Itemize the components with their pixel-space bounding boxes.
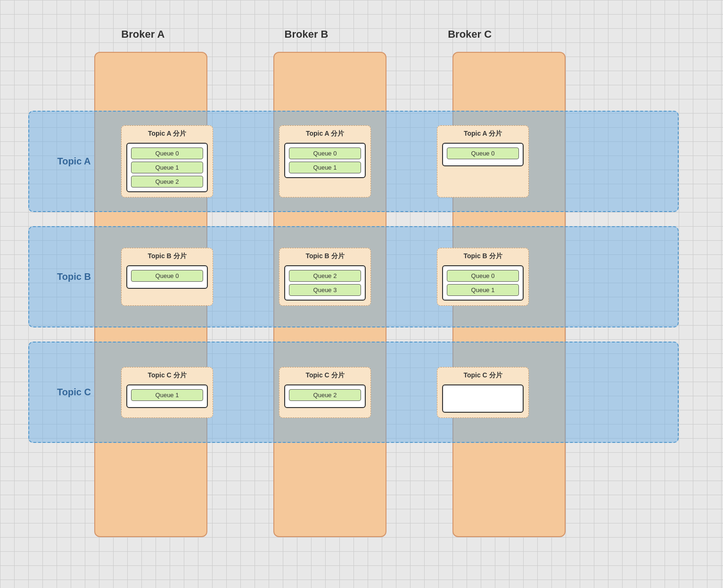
queue-item: Queue 0	[131, 147, 203, 159]
topic-a-broker-b-queues: Queue 0 Queue 1	[284, 143, 366, 178]
queue-item: Queue 0	[289, 147, 361, 159]
topic-c-broker-a-queues: Queue 1	[126, 384, 208, 408]
queue-item: Queue 2	[131, 176, 203, 188]
broker-b-header: Broker B	[258, 28, 355, 41]
broker-a-header: Broker A	[94, 28, 192, 41]
topic-a-broker-c-title: Topic A 分片	[442, 130, 524, 138]
topic-b-broker-a-title: Topic B 分片	[126, 252, 208, 261]
topic-c-broker-c-title: Topic C 分片	[442, 371, 524, 380]
broker-c-header: Broker C	[421, 28, 518, 41]
queue-item: Queue 0	[447, 270, 519, 282]
topic-b-row: Topic B Topic B 分片 Queue 0 Topic B 分片 Qu…	[28, 226, 679, 327]
queue-item: Queue 3	[289, 284, 361, 296]
queue-item: Queue 1	[447, 284, 519, 296]
topic-b-partitions: Topic B 分片 Queue 0 Topic B 分片 Queue 2 Qu…	[109, 248, 529, 306]
queue-item: Queue 2	[289, 389, 361, 401]
queue-item: Queue 1	[131, 162, 203, 173]
topic-c-broker-b-partition: Topic C 分片 Queue 2	[279, 367, 371, 418]
topic-a-broker-b-partition: Topic A 分片 Queue 0 Queue 1	[279, 125, 371, 197]
topic-b-broker-c-partition: Topic B 分片 Queue 0 Queue 1	[437, 248, 529, 306]
diagram-container: Broker A Broker B Broker C Topic A Topic…	[14, 14, 709, 574]
topic-a-broker-a-partition: Topic A 分片 Queue 0 Queue 1 Queue 2	[121, 125, 213, 197]
topic-b-broker-b-partition: Topic B 分片 Queue 2 Queue 3	[279, 248, 371, 306]
topic-a-broker-a-title: Topic A 分片	[126, 130, 208, 138]
broker-headers-row: Broker A Broker B Broker C	[94, 28, 518, 41]
topic-c-broker-a-title: Topic C 分片	[126, 371, 208, 380]
topic-b-broker-a-partition: Topic B 分片 Queue 0	[121, 248, 213, 306]
queue-item: Queue 0	[131, 270, 203, 282]
topic-c-broker-c-partition: Topic C 分片	[437, 367, 529, 418]
queue-item: Queue 2	[289, 270, 361, 282]
topic-a-partitions: Topic A 分片 Queue 0 Queue 1 Queue 2 Topic…	[109, 125, 529, 197]
topic-c-broker-b-title: Topic C 分片	[284, 371, 366, 380]
topic-a-broker-c-partition: Topic A 分片 Queue 0	[437, 125, 529, 197]
topic-a-broker-b-title: Topic A 分片	[284, 130, 366, 138]
topic-c-broker-a-partition: Topic C 分片 Queue 1	[121, 367, 213, 418]
topic-a-broker-c-queues: Queue 0	[442, 143, 524, 166]
topic-c-broker-c-queues	[442, 384, 524, 413]
queue-item: Queue 1	[131, 389, 203, 401]
topic-a-row: Topic A Topic A 分片 Queue 0 Queue 1 Queue…	[28, 111, 679, 212]
topic-b-broker-b-queues: Queue 2 Queue 3	[284, 265, 366, 301]
topic-a-broker-a-queues: Queue 0 Queue 1 Queue 2	[126, 143, 208, 192]
topic-c-row: Topic C Topic C 分片 Queue 1 Topic C 分片 Qu…	[28, 342, 679, 443]
topic-c-label: Topic C	[29, 387, 109, 398]
topic-b-broker-c-queues: Queue 0 Queue 1	[442, 265, 524, 301]
queue-item: Queue 0	[447, 147, 519, 159]
topic-b-label: Topic B	[29, 271, 109, 282]
queue-item: Queue 1	[289, 162, 361, 173]
topic-b-broker-c-title: Topic B 分片	[442, 252, 524, 261]
topic-c-partitions: Topic C 分片 Queue 1 Topic C 分片 Queue 2 To…	[109, 367, 529, 418]
topic-b-broker-a-queues: Queue 0	[126, 265, 208, 289]
topic-a-label: Topic A	[29, 156, 109, 167]
topic-c-broker-b-queues: Queue 2	[284, 384, 366, 408]
topic-b-broker-b-title: Topic B 分片	[284, 252, 366, 261]
